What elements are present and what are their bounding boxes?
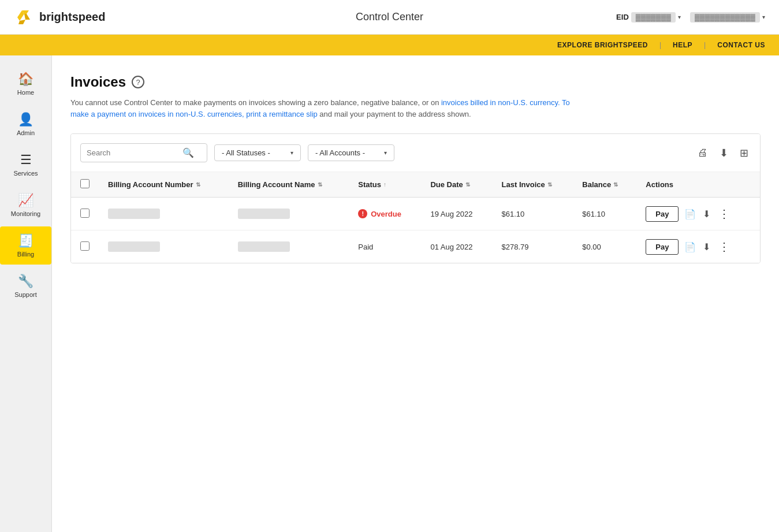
main-content: Invoices ? You cannot use Control Center… (52, 55, 779, 532)
services-icon: ☰ (20, 152, 32, 168)
col-actions-label: Actions (646, 180, 673, 189)
sidebar-item-admin[interactable]: 👤 Admin (0, 105, 51, 143)
table-header-row: Billing Account Number ⇅ Billing Account… (71, 172, 760, 198)
accounts-dropdown-label: - All Accounts - (315, 148, 365, 157)
row1-status-text: Overdue (371, 210, 401, 218)
invoices-table: Billing Account Number ⇅ Billing Account… (71, 172, 760, 263)
search-input[interactable] (87, 148, 179, 157)
col-due-date-label: Due Date (430, 180, 463, 189)
sidebar-label-services: Services (13, 170, 38, 177)
row2-checkbox[interactable] (80, 241, 90, 251)
col-account-name-label: Billing Account Name (238, 180, 315, 189)
billing-icon: 🧾 (18, 233, 33, 248)
row2-action-icons: Pay 📄 ⬇ ⋮ (646, 239, 751, 255)
row1-actions: Pay 📄 ⬇ ⋮ (636, 198, 760, 230)
row1-checkbox[interactable] (80, 209, 90, 218)
overdue-dot-icon: ! (358, 209, 367, 218)
col-status: Status ↑ (349, 172, 421, 198)
brightspeed-logo-icon (14, 7, 35, 28)
row2-due-date: 01 Aug 2022 (421, 230, 492, 263)
col-balance-sort-icon[interactable]: ⇅ (613, 181, 618, 188)
eid-chevron-icon[interactable]: ▾ (678, 14, 681, 20)
row1-action-icons: Pay 📄 ⬇ ⋮ (646, 206, 751, 222)
status-dropdown[interactable]: - All Statuses - ▾ (214, 144, 301, 161)
print-icon-button[interactable]: 🖨 (695, 144, 710, 161)
sidebar-item-monitoring[interactable]: 📈 Monitoring (0, 186, 51, 224)
logo-text: brightspeed (39, 10, 105, 24)
col-status-sort-icon[interactable]: ↑ (383, 181, 386, 188)
eid-value: ▓▓▓▓▓▓▓ (631, 12, 676, 23)
eid-label: EID (616, 13, 629, 21)
app-title: Control Center (356, 11, 423, 23)
sidebar-label-monitoring: Monitoring (11, 210, 40, 217)
row1-balance: $61.10 (573, 198, 636, 230)
row2-download-icon-button[interactable]: ⬇ (702, 240, 711, 254)
user-chevron-icon[interactable]: ▾ (762, 14, 765, 20)
row2-status-text: Paid (358, 243, 373, 251)
row2-document-icon-button[interactable]: 📄 (683, 240, 697, 254)
monitoring-icon: 📈 (18, 193, 33, 208)
sidebar-label-support: Support (14, 291, 37, 298)
explore-brightspeed-link[interactable]: EXPLORE BRIGHTSPEED (557, 41, 648, 49)
download-icon-button[interactable]: ⬇ (717, 144, 730, 162)
col-account-name: Billing Account Name ⇅ (229, 172, 349, 198)
row2-status: Paid (349, 230, 421, 263)
status-dropdown-label: - All Statuses - (222, 148, 270, 157)
select-all-checkbox[interactable] (80, 179, 90, 188)
col-account-name-sort-icon[interactable]: ⇅ (318, 181, 322, 188)
col-actions: Actions (636, 172, 760, 198)
row2-balance: $0.00 (573, 230, 636, 263)
help-circle-icon[interactable]: ? (132, 76, 144, 88)
sidebar-item-billing[interactable]: 🧾 Billing (0, 226, 51, 265)
accounts-dropdown[interactable]: - All Accounts - ▾ (308, 144, 394, 161)
row1-pay-button[interactable]: Pay (646, 206, 679, 222)
row2-last-invoice: $278.79 (493, 230, 573, 263)
support-icon: 🔧 (18, 274, 33, 289)
contact-us-link[interactable]: CONTACT US (717, 41, 765, 49)
bar-sep-2: | (704, 41, 706, 49)
row2-actions: Pay 📄 ⬇ ⋮ (636, 230, 760, 263)
status-dropdown-chevron-icon: ▾ (290, 150, 293, 156)
top-bar: brightspeed Control Center EID ▓▓▓▓▓▓▓ ▾… (0, 0, 779, 35)
sidebar-item-services[interactable]: ☰ Services (0, 146, 51, 184)
col-due-date-sort-icon[interactable]: ⇅ (465, 181, 470, 188)
row1-account-name: ▓▓▓▓▓▓ (229, 198, 349, 230)
row2-account-number: ▓▓▓▓▓▓▓▓ (99, 230, 229, 263)
sidebar-item-support[interactable]: 🔧 Support (0, 267, 51, 305)
columns-icon-button[interactable]: ⊞ (737, 144, 751, 162)
user-value: ▓▓▓▓▓▓▓▓▓▓▓▓ (690, 12, 760, 23)
table-row: ▓▓▓▓▓▓▓▓ ▓▓▓▓▓▓ Paid 01 Aug 2022 $278.79… (71, 230, 760, 263)
row1-download-icon-button[interactable]: ⬇ (702, 207, 711, 221)
col-account-number: Billing Account Number ⇅ (99, 172, 229, 198)
row1-status: ! Overdue (349, 198, 421, 230)
user-section: ▓▓▓▓▓▓▓▓▓▓▓▓ ▾ (690, 12, 765, 23)
row1-more-icon-button[interactable]: ⋮ (716, 206, 732, 222)
col-account-number-sort-icon[interactable]: ⇅ (196, 181, 200, 188)
sidebar-item-home[interactable]: 🏠 Home (0, 65, 51, 103)
sidebar-label-billing: Billing (17, 251, 34, 258)
col-balance: Balance ⇅ (573, 172, 636, 198)
col-last-invoice-label: Last Invoice (502, 180, 545, 189)
page-title-row: Invoices ? (70, 74, 761, 90)
row2-account-number-value: ▓▓▓▓▓▓▓▓ (108, 241, 160, 252)
invoices-table-container: 🔍 - All Statuses - ▾ - All Accounts - ▾ … (70, 133, 761, 263)
logo: brightspeed (14, 7, 105, 28)
svg-marker-2 (24, 14, 30, 20)
search-wrapper: 🔍 (80, 143, 207, 162)
help-link[interactable]: HELP (673, 41, 692, 49)
row2-account-name-value: ▓▓▓▓▓▓ (238, 241, 290, 252)
info-text: You cannot use Control Center to make pa… (70, 97, 590, 120)
top-right-nav: EID ▓▓▓▓▓▓▓ ▾ ▓▓▓▓▓▓▓▓▓▓▓▓ ▾ (616, 12, 765, 23)
bar-sep-1: | (659, 41, 661, 49)
accounts-dropdown-chevron-icon: ▾ (384, 150, 387, 156)
table-row: ▓▓▓▓▓▓▓▓ ▓▓▓▓▓▓ ! Overdue 19 Aug 2022 (71, 198, 760, 230)
row2-more-icon-button[interactable]: ⋮ (716, 239, 732, 255)
row2-checkbox-cell (71, 230, 99, 263)
col-last-invoice-sort-icon[interactable]: ⇅ (547, 181, 552, 188)
row1-due-date: 19 Aug 2022 (421, 198, 492, 230)
col-account-number-label: Billing Account Number (108, 180, 193, 189)
admin-icon: 👤 (18, 112, 33, 127)
row1-document-icon-button[interactable]: 📄 (683, 207, 697, 221)
row1-account-number-value: ▓▓▓▓▓▓▓▓ (108, 209, 160, 219)
row2-pay-button[interactable]: Pay (646, 239, 679, 255)
